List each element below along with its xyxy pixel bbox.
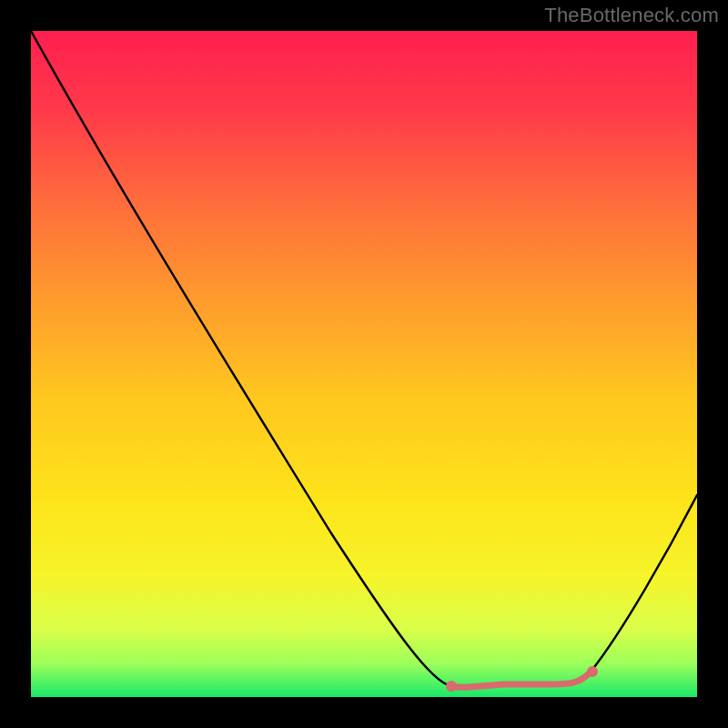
optimal-end-dot (587, 666, 598, 677)
chart-frame: TheBottleneck.com (0, 0, 728, 728)
watermark-text: TheBottleneck.com (544, 4, 719, 27)
chart-svg (31, 31, 697, 697)
optimal-start-dot (446, 681, 457, 692)
plot-area (31, 31, 697, 697)
gradient-background (31, 31, 697, 697)
